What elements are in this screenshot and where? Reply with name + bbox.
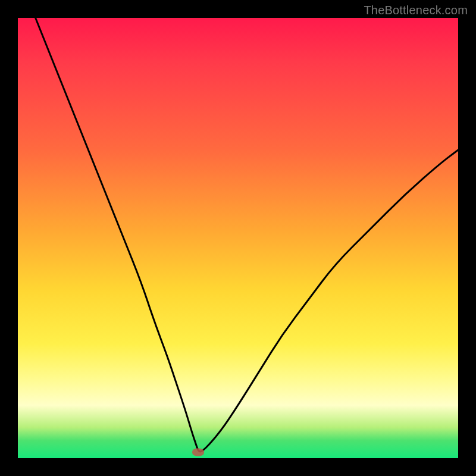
bottleneck-curve [36, 18, 458, 452]
curve-svg [18, 18, 458, 458]
watermark-text: TheBottleneck.com [364, 4, 468, 17]
plot-area [18, 18, 458, 458]
optimal-point-marker [192, 449, 204, 456]
chart-frame: TheBottleneck.com [0, 0, 476, 476]
